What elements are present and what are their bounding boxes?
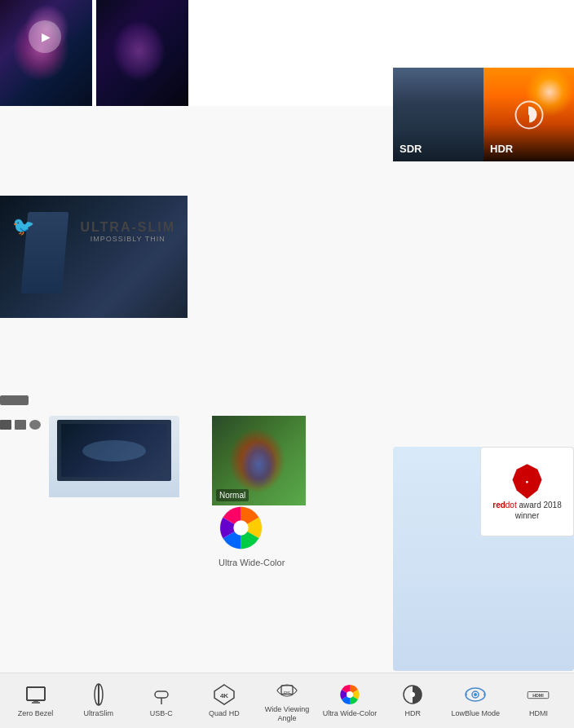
usbc-diagram (0, 391, 179, 497)
hdmi-icon: HDMI (527, 683, 550, 706)
feature-quad-hd-label: Quad HD (209, 709, 240, 718)
usbc-connectors-row (0, 420, 45, 430)
reddot-winner-text: winner (515, 511, 539, 520)
svg-text:4K: 4K (220, 692, 228, 699)
ultraslim-image: 🐦 ULTRA-SLIM IMPOSSIBLY THIN (0, 196, 188, 318)
svg-point-14 (161, 703, 162, 704)
reddot-brand: red (492, 501, 506, 510)
feature-zero-bezel-label: Zero Bezel (18, 709, 54, 718)
svg-point-21 (410, 692, 415, 697)
svg-text:PS: PS (284, 689, 290, 695)
feature-quad-hd: 4K Quad HD (192, 683, 255, 718)
feature-hdmi-label: HDMI (529, 709, 548, 718)
hdr-icon (401, 683, 424, 706)
lowblue-icon (464, 683, 487, 706)
usbc-connector-1 (0, 395, 29, 405)
parrot-image: Normal (212, 416, 306, 505)
feature-ultra-wide-color: Ultra Wide-Color (319, 683, 382, 718)
feature-ultraslim-label: UltraSlim (83, 709, 113, 718)
ultra-wide-color-icon (338, 683, 361, 706)
feature-lowblue: LowBlue Mode (444, 683, 507, 718)
feature-ultraslim: UltraSlim (67, 683, 130, 718)
usbc-icon (150, 683, 173, 706)
feature-ultra-wide-color-label: Ultra Wide-Color (323, 709, 378, 718)
hdr-comparison-section: SDR HDR (393, 68, 574, 161)
feature-hdr-label: HDR (404, 709, 421, 718)
svg-point-19 (347, 691, 353, 698)
feature-usbc: USB-C (130, 683, 192, 718)
connector-b (15, 420, 26, 430)
hdr-badge-inner (521, 107, 537, 123)
wide-color-section: Normal Ultra Wide-Color (212, 416, 375, 522)
normal-label: Normal (216, 489, 249, 501)
play-button-icon[interactable] (29, 20, 61, 53)
reddot-award-text: award 2018 (519, 501, 561, 510)
usbc-icons (0, 391, 45, 442)
page-wrapper: SDR HDR 🐦 ULTRA-SLIM IMPOSSIBLY THIN (0, 0, 574, 728)
reddot-logo-icon: ● (509, 463, 545, 500)
ultraslim-section: 🐦 ULTRA-SLIM IMPOSSIBLY THIN (0, 196, 192, 318)
bird-icon: 🐦 (12, 216, 34, 237)
hdr-badge (514, 100, 543, 129)
ultraslim-title: ULTRA-SLIM (80, 220, 175, 235)
reddot-dot: dot (506, 501, 517, 510)
feature-zero-bezel: Zero Bezel (4, 683, 67, 718)
wide-color-icon-group: Ultra Wide-Color (219, 505, 285, 567)
feature-hdmi: HDMI HDMI (507, 683, 570, 718)
monitor-screen (57, 420, 171, 481)
sdr-panel: SDR (393, 68, 483, 161)
jellyfish-image-right (96, 0, 188, 106)
ultraslim-text: ULTRA-SLIM IMPOSSIBLY THIN (80, 220, 175, 243)
jellyfish-images-section (0, 0, 192, 106)
usbc-section (0, 391, 192, 505)
reddot-award-section: ● reddot award 2018 winner (480, 447, 574, 536)
wide-color-label: Ultra Wide-Color (219, 558, 285, 567)
connector-a (0, 420, 11, 430)
svg-point-1 (233, 520, 248, 535)
feature-usbc-label: USB-C (150, 709, 173, 718)
monitor-screen-content (61, 424, 167, 477)
svg-text:HDMI: HDMI (533, 693, 545, 698)
jellyfish-image-left (0, 0, 92, 106)
svg-point-24 (474, 693, 477, 696)
color-wheel-icon (219, 505, 263, 550)
feature-bar: Zero Bezel UltraSlim USB-C 4K (0, 673, 574, 728)
feature-wide-viewing-label: Wide Viewing Angle (255, 705, 318, 723)
hdr-panel: HDR (483, 68, 574, 161)
sdr-label: SDR (400, 143, 422, 155)
svg-rect-3 (27, 687, 45, 700)
reddot-text: reddot award 2018 winner (492, 500, 562, 521)
feature-lowblue-label: LowBlue Mode (452, 709, 501, 718)
feature-hdr: HDR (382, 683, 444, 718)
hdr-label: HDR (490, 143, 513, 155)
ultraslim-icon (87, 683, 110, 706)
connector-c (29, 420, 41, 430)
monitor-image (49, 416, 179, 497)
svg-text:●: ● (526, 479, 529, 484)
ultraslim-subtitle: IMPOSSIBLY THIN (80, 235, 175, 243)
quad-hd-icon: 4K (213, 683, 236, 706)
svg-rect-12 (155, 691, 168, 698)
wide-viewing-icon: PS (276, 679, 298, 702)
zero-bezel-icon (24, 683, 47, 706)
feature-wide-viewing: PS Wide Viewing Angle (255, 679, 318, 723)
